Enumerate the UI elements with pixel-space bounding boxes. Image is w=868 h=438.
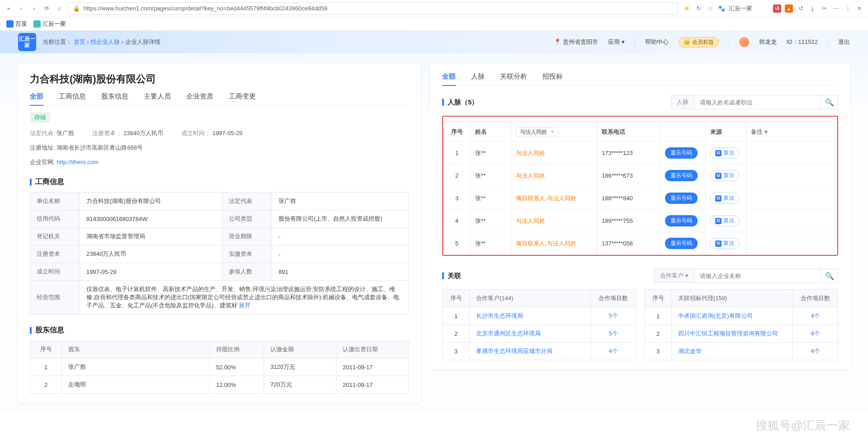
sync-icon[interactable]: ↻	[694, 5, 703, 13]
browser-chrome: » ‹ › ⟳ ⌂ 🔒 https://www.huichen1.com/pag…	[0, 0, 868, 17]
people-tag: 与法人同姓	[516, 150, 545, 156]
company-link[interactable]: 四川中汇恒工程项目管理咨询有限公司	[678, 330, 778, 337]
table-row: 3 湖北金华 4个	[645, 343, 838, 360]
url-bar[interactable]: 🔒 https://www.huichen1.com/pages/comp/de…	[68, 2, 678, 15]
tab-biz[interactable]: 工商信息	[59, 92, 86, 101]
company-link[interactable]: 孝感市生态环境局应城市分局	[476, 348, 552, 354]
project-count[interactable]: 4个	[609, 348, 618, 354]
huichen-icon	[33, 20, 41, 28]
table-row: 3 张** 项目联系人,与法人同姓 186*****840 显示号码 M算法	[443, 187, 837, 210]
crumb-current: 企业人脉详情	[125, 38, 160, 45]
section-shareholders: 股东信息	[30, 325, 409, 335]
company-website[interactable]: http://lihero.com	[57, 159, 99, 165]
people-search-button[interactable]: 🔍	[821, 95, 838, 109]
project-count[interactable]: 5个	[609, 330, 618, 337]
company-link[interactable]: 北京市通州区生态环境局	[476, 330, 541, 337]
table-row: 2 北京市通州区生态环境局 5个	[443, 325, 636, 343]
user-id: ID：111512	[787, 38, 818, 46]
tab-sh[interactable]: 股东信息	[101, 92, 128, 101]
source-badge[interactable]: M算法	[710, 215, 739, 226]
back-icon[interactable]: »	[5, 5, 13, 13]
translate-ext-icon[interactable]: 译	[773, 5, 781, 13]
left-tabs: 全部 工商信息 股东信息 主要人员 企业资质 工商变更	[30, 92, 409, 106]
show-phone-button[interactable]: 显示号码	[665, 193, 698, 204]
show-phone-button[interactable]: 显示号码	[665, 215, 698, 226]
status-badge: 存续	[30, 112, 51, 123]
relation-section-title: 关联	[442, 272, 461, 280]
reload-icon[interactable]: ⟳	[42, 5, 51, 13]
relation-search-input[interactable]	[694, 268, 821, 283]
lock-icon: 🔒	[73, 5, 80, 12]
expand-scope[interactable]: 展开	[239, 302, 250, 309]
name-filter-select[interactable]: 与法人同姓	[516, 127, 558, 137]
breadcrumb: 当前位置： 首页 › 找企业人脉 › 企业人脉详情	[42, 38, 160, 46]
star-icon[interactable]: ☆	[706, 5, 714, 13]
logout-link[interactable]: 退出	[838, 38, 850, 46]
reg-capital: 23840万人民币	[123, 130, 163, 137]
legal-rep: 张广胜	[57, 130, 74, 137]
project-count[interactable]: 4个	[811, 312, 820, 319]
ext-label[interactable]: 汇辰一家	[729, 5, 752, 13]
remark-sort[interactable]: 备注 ▾	[746, 122, 837, 142]
business-table: 单位名称力合科技(湖南)股份有限公司法定代表张广胜信用代码91430000616…	[30, 192, 409, 315]
help-link[interactable]: 帮助中心	[645, 38, 669, 46]
rtab-people[interactable]: 人脉	[471, 72, 485, 81]
app-menu[interactable]: 应用 ▾	[608, 38, 625, 46]
show-phone-button[interactable]: 显示号码	[665, 170, 698, 181]
rtab-all[interactable]: 全部	[442, 72, 456, 81]
bookmark-item[interactable]: 百度	[6, 20, 27, 28]
prev-icon[interactable]: ‹	[17, 5, 25, 13]
bookmark-item[interactable]: 汇辰一家	[33, 20, 66, 28]
settings-icon[interactable]: ⋮	[844, 5, 852, 13]
company-link[interactable]: 中承国汇咨询(北京)有限公司	[678, 312, 753, 319]
show-phone-button[interactable]: 显示号码	[665, 147, 698, 159]
crumb-home[interactable]: 首页	[74, 38, 85, 45]
avatar[interactable]	[739, 37, 749, 47]
tab-qual[interactable]: 企业资质	[186, 92, 213, 101]
table-row: 1张广胜52.00%3120万元2011-09-17	[30, 358, 409, 376]
tab-change[interactable]: 工商变更	[229, 92, 256, 101]
project-count[interactable]: 5个	[609, 312, 618, 319]
people-type-select[interactable]: 人脉	[671, 95, 694, 109]
source-badge[interactable]: M算法	[710, 170, 739, 181]
crumb-mid[interactable]: 找企业人脉	[90, 38, 120, 45]
people-tag: 项目联系人,与法人同姓	[516, 195, 576, 202]
history-icon[interactable]: ↺	[797, 5, 805, 13]
pdf-ext-icon[interactable]: ▲	[785, 5, 793, 13]
company-name: 力合科技(湖南)股份有限公司	[30, 72, 409, 86]
people-tag: 项目联系人,与法人同姓	[516, 240, 576, 247]
partner-customer-table: 序号 合作客户(144) 合作项目数 1 长沙市生态环境局 5个2 北京市通州区…	[442, 289, 636, 360]
company-link[interactable]: 长沙市生态环境局	[476, 312, 523, 319]
table-row: 3 孝感市生态环境局应城市分局 4个	[443, 343, 636, 360]
relation-search-button[interactable]: 🔍	[821, 268, 838, 283]
tab-staff[interactable]: 主要人员	[144, 92, 171, 101]
table-row: 2左颂明12.00%720万元2011-09-17	[30, 376, 409, 394]
member-badge[interactable]: 👑 会员权益	[679, 37, 719, 47]
source-badge[interactable]: M算法	[710, 193, 739, 204]
source-badge[interactable]: M算法	[710, 238, 739, 249]
tab-all[interactable]: 全部	[30, 92, 43, 101]
source-badge[interactable]: M算法	[710, 147, 739, 159]
relation-type-select[interactable]: 合作客户 ▾	[654, 268, 694, 283]
next-icon[interactable]: ›	[30, 5, 38, 13]
rtab-rel[interactable]: 关联分析	[500, 72, 527, 81]
company-link[interactable]: 湖北金华	[678, 348, 702, 354]
location-picker[interactable]: 📍 贵州省贵阳市	[554, 38, 598, 46]
project-count[interactable]: 4个	[811, 330, 820, 337]
table-row: 1 长沙市生态环境局 5个	[443, 307, 636, 325]
url-text: https://www.huichen1.com/pages/comp/deta…	[84, 5, 327, 12]
download-icon[interactable]: ⭳	[808, 5, 816, 13]
menu-icon[interactable]: ≡	[855, 5, 863, 13]
home-icon[interactable]: ⌂	[55, 5, 63, 13]
people-table-highlight: 序号 姓名 与法人同姓 联系电话 来源 备注 ▾ 1 张** 与法人同姓 173…	[442, 116, 838, 256]
rtab-bid[interactable]: 招投标	[542, 72, 563, 81]
people-search-input[interactable]	[694, 95, 821, 109]
table-row: 5 张** 项目联系人,与法人同姓 137*****058 显示号码 M算法	[443, 232, 837, 255]
clip-icon[interactable]: ✂	[820, 5, 828, 13]
show-phone-button[interactable]: 显示号码	[665, 238, 698, 249]
site-logo[interactable]: 汇辰一家	[18, 33, 36, 51]
bolt-icon[interactable]: ⚡	[683, 5, 691, 13]
project-count[interactable]: 4个	[811, 348, 820, 354]
reg-address: 湖南省长沙市高新区青山路668号	[57, 144, 143, 151]
more-ext-icon[interactable]: ⋯	[832, 5, 840, 13]
